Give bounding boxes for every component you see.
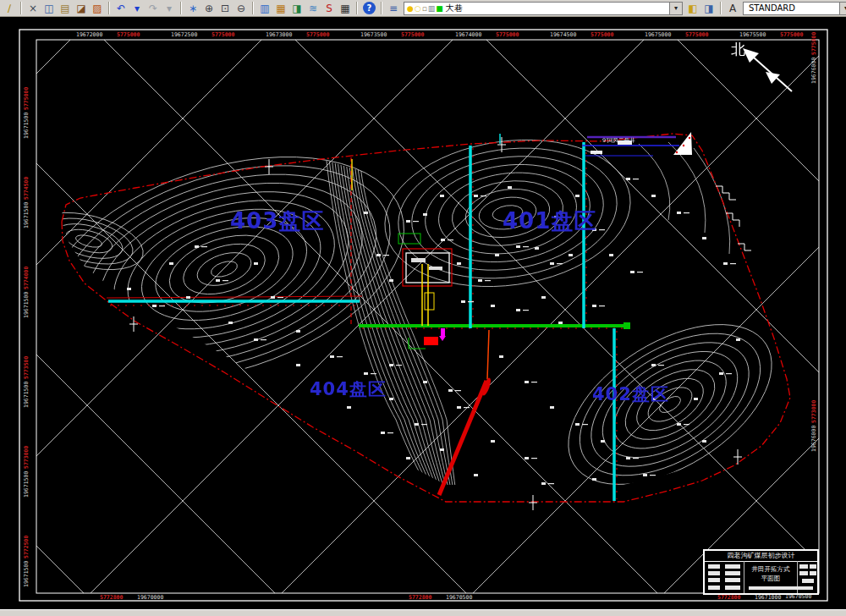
grid-label-left: 5772500 — [23, 536, 30, 558]
grid-label-top: 19672000 — [76, 31, 102, 38]
paste-icon[interactable]: ▤ — [58, 2, 73, 15]
style-combo-value: STANDARD — [749, 3, 795, 13]
layer-plot-icon: ▥ — [428, 4, 436, 13]
grid-label-right: 5773000 — [810, 400, 817, 423]
make-object-layer-icon[interactable]: ◧ — [685, 2, 700, 15]
title-block-signature-bar — [749, 586, 813, 590]
toolbar: ∕×◫▤◪▨↶▾↷▾∗⊕⊡⊖▥▦◨≋S▦?≡●○▫▥■大巷▾◧◨ASTANDAR… — [0, 0, 846, 17]
layers-icon[interactable]: ≡ — [386, 2, 401, 15]
grid-label-top: 5775000 — [685, 31, 708, 38]
grid-label-bottom: 19671000 — [755, 594, 781, 601]
style-combo[interactable]: STANDARD▾ — [743, 2, 846, 15]
layer-lock-icon: ▫ — [422, 4, 427, 13]
region-label-401: 401盘区 — [503, 206, 596, 236]
grid-label-top: 5775000 — [591, 31, 613, 38]
grid-label-top: 19675500 — [739, 31, 766, 38]
shaft-annotation: 9'回风二号井 — [602, 137, 634, 145]
grid-label-top: 5775000 — [401, 31, 424, 38]
layer-states-icon[interactable]: ◨ — [289, 2, 305, 15]
layer-on-icon: ● — [407, 4, 414, 13]
region-label-403: 403盘区 — [230, 206, 324, 236]
quick-select-icon[interactable]: ▥ — [257, 2, 272, 15]
cut-icon[interactable]: × — [25, 2, 41, 15]
match-properties-icon[interactable]: ▨ — [90, 2, 105, 15]
grid-label-top: 19674500 — [550, 31, 576, 38]
undo-list-icon[interactable]: ▾ — [129, 2, 145, 15]
grid-label-top: 19673500 — [360, 31, 387, 38]
grid-label-top: 5775000 — [780, 31, 803, 38]
help-icon[interactable]: ? — [363, 2, 376, 14]
pan-icon[interactable]: ∗ — [185, 2, 201, 15]
toolbar-separator — [381, 2, 382, 14]
zoom-realtime-icon[interactable]: ⊕ — [201, 2, 217, 15]
grid-label-left: 5773000 — [23, 446, 30, 469]
grid-label-left: 5773500 — [23, 356, 30, 379]
grid-label-top: 19673000 — [266, 31, 292, 38]
markup-icon[interactable]: S — [321, 2, 337, 15]
toolbar-separator — [720, 2, 722, 14]
grid-label-bottom: 19670500 — [446, 594, 472, 601]
layer-combo[interactable]: ●○▫▥■大巷▾ — [404, 2, 683, 15]
grid-label-left: 19671500 — [23, 113, 30, 139]
grid-label-top: 5775000 — [306, 31, 329, 38]
grid-label-bottom: 5772800 — [409, 594, 431, 601]
grid-label-bottom: 5772800 — [717, 594, 740, 601]
drawing-canvas[interactable]: 403盘区 401盘区 404盘区 402盘区 北 9'回风二号井 196720… — [0, 17, 846, 610]
grid-label-top: 19674000 — [455, 31, 481, 38]
grid-label-left: 5774500 — [23, 177, 30, 200]
layer-combo-value: 大巷 — [446, 3, 463, 14]
layers-dialog-icon[interactable]: ▦ — [273, 2, 288, 15]
grid-label-top: 19672500 — [171, 31, 197, 38]
grid-label-top: 5775000 — [496, 31, 519, 38]
publish-icon[interactable]: ≋ — [305, 2, 321, 15]
grid-label-top: 5775000 — [117, 31, 140, 38]
grid-label-right: 19676000 — [810, 58, 817, 84]
title-block-drawing-type: 平面图 — [745, 575, 796, 583]
grid-label-left: 19671500 — [23, 202, 30, 228]
grid-label-bottom: 5772800 — [100, 594, 123, 601]
toolbar-separator — [356, 2, 358, 14]
title-block-project: 四老沟矿煤层初步设计 — [705, 551, 817, 562]
north-arrow — [743, 48, 792, 91]
grid-label-left: 5774000 — [23, 267, 30, 289]
text-style-icon[interactable]: A — [725, 2, 740, 15]
grid-label-left: 19671500 — [23, 561, 30, 587]
grid-label-right: 19676000 — [810, 426, 817, 452]
redo-icon[interactable]: ↷ — [146, 2, 161, 15]
grid-label-top: 19675000 — [645, 31, 671, 38]
region-label-404: 404盘区 — [310, 377, 387, 401]
grid-label-left: 19671500 — [23, 292, 30, 318]
format-painter-icon[interactable]: ◪ — [74, 2, 89, 15]
style-combo-dropdown-icon[interactable]: ▾ — [839, 3, 846, 14]
grid-label-left: 5775000 — [23, 87, 30, 110]
status-bar — [0, 609, 846, 616]
toolbar-separator — [20, 2, 22, 14]
pencil-icon[interactable]: ∕ — [2, 2, 17, 15]
title-block: 四老沟矿煤层初步设计 井田开拓方式 平面图 — [703, 549, 819, 595]
zoom-previous-icon[interactable]: ⊖ — [233, 2, 249, 15]
toolbar-separator — [252, 2, 254, 14]
redo-list-icon[interactable]: ▾ — [162, 2, 177, 15]
grid-label-left: 19671500 — [23, 471, 30, 498]
layer-combo-dropdown-icon[interactable]: ▾ — [669, 3, 682, 14]
title-block-drawing-name: 井田开拓方式 — [745, 565, 796, 574]
region-label-402: 402盘区 — [592, 382, 669, 406]
north-label: 北 — [731, 40, 745, 59]
grid-label-right: 5775000 — [810, 32, 817, 55]
layer-previous-icon[interactable]: ◨ — [701, 2, 717, 15]
cad-drawing — [0, 17, 846, 610]
toolbar-separator — [108, 2, 110, 14]
layer-color-swatch: ■ — [436, 4, 443, 13]
grid-label-top: 5775000 — [212, 31, 234, 38]
table-icon[interactable]: ▦ — [338, 2, 353, 15]
grid-label-left: 19671500 — [23, 382, 30, 408]
undo-icon[interactable]: ↶ — [113, 2, 129, 15]
zoom-window-icon[interactable]: ⊡ — [217, 2, 233, 15]
toolbar-separator — [180, 2, 182, 14]
layer-freeze-icon: ○ — [415, 4, 421, 13]
copy-icon[interactable]: ◫ — [41, 2, 57, 15]
grid-label-bottom: 19670000 — [137, 594, 163, 601]
